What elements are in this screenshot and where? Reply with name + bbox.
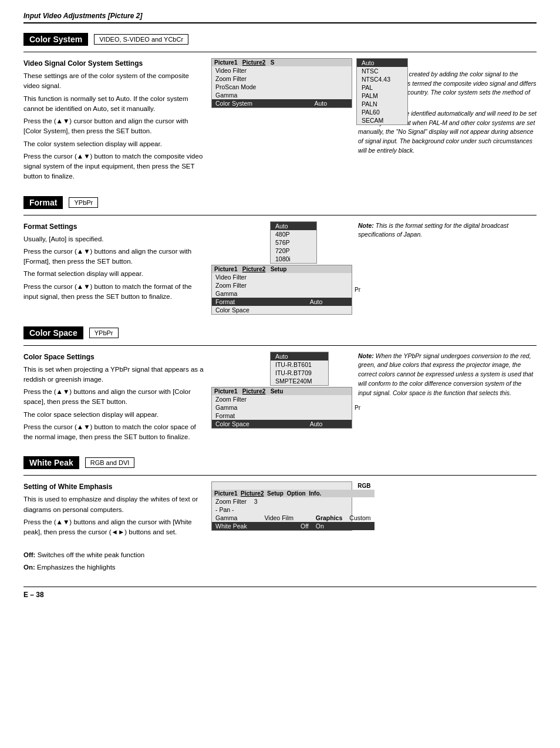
osd-row-cs: Color SpaceAuto (212, 420, 352, 428)
osd-table-color-system: Picture1 Picture2 S Video Filter Zoom Fi… (212, 59, 352, 107)
body-wp-1: This is used to emphasize and display th… (23, 494, 205, 515)
osd-cs-auto: Auto (271, 352, 328, 360)
subheading-color-space: Color Space Settings (23, 352, 205, 362)
section-tag-format: YPbPr (69, 197, 98, 208)
section-divider-color-space (23, 345, 537, 346)
osd-tab-row-cs: Picture1 Picture2 Setu (212, 388, 352, 395)
col-right-format: Note: This is the format setting for the… (358, 221, 537, 240)
osd-tab-p2-cs: Picture2 (242, 388, 265, 395)
section-title-bar-format: Format YPbPr (23, 196, 537, 209)
osd-color-space: Auto ITU-R.BT601 ITU-R.BT709 SMPTE240M P… (211, 352, 352, 429)
body-color-system-5: Press the cursor (▲▼) button to match th… (23, 151, 205, 182)
body-format-3: Press the cursor (▲▼) button to match th… (23, 282, 205, 302)
body-cs-1: This is set when projecting a YPbPr sign… (23, 365, 205, 385)
osd-option-auto: Auto (357, 59, 407, 67)
osd-tab-setup-format: Setup (271, 266, 287, 272)
osd-tab-p2-format: Picture2 (242, 266, 265, 272)
section-title-format: Format (23, 196, 63, 209)
osd-tab-p1-wp: Picture1 (214, 490, 237, 497)
osd-dropdown-cs: Auto ITU-R.BT601 ITU-R.BT709 SMPTE240M (270, 352, 329, 386)
osd-table-wp: RGB Picture1 Picture2 Setup Option Info. (212, 482, 375, 530)
osd-row-zoom-filter: Zoom Filter (212, 75, 352, 83)
section-title-bar-color-space: Color Space YPbPr (23, 326, 537, 339)
osd-table-cs: Picture1 Picture2 Setu Zoom Filter Gamma… (212, 388, 352, 428)
osd-tab-row-format: Picture1 Picture2 Setup (212, 265, 352, 273)
section-content-color-system: Video Signal Color System Settings These… (23, 58, 537, 184)
section-content-white-peak: Setting of White Emphasis This is used t… (23, 481, 537, 575)
col-left-white-peak: Setting of White Emphasis This is used t… (23, 481, 205, 575)
subheading-color-system: Video Signal Color System Settings (23, 58, 205, 69)
page-footer: E – 38 (23, 587, 537, 599)
body-cs-2: Press the (▲▼) buttons and align the cur… (23, 387, 205, 407)
note-label-cs: Note: (358, 352, 374, 359)
osd-format-576p: 576P (271, 238, 316, 247)
section-color-system: Color System VIDEO, S-VIDEO and YCbCr Vi… (23, 33, 537, 184)
osd-option-ntsc: NTSC (357, 67, 407, 75)
body-color-system-3: Press the (▲▼) cursor button and align t… (23, 116, 205, 137)
osd-format: Auto 480P 576P 720P 1080i Picture1 (211, 221, 352, 315)
osd-screen-wp: RGB Picture1 Picture2 Setup Option Info. (211, 481, 352, 531)
section-title-white-peak: White Peak (23, 456, 79, 469)
section-white-peak: White Peak RGB and DVI Setting of White … (23, 456, 537, 575)
osd-screen-wrapper-cs: Picture1 Picture2 Setu Zoom Filter Gamma… (211, 387, 352, 429)
osd-row-proscan: ProScan Mode (212, 83, 352, 91)
osd-table-format: Picture1 Picture2 Setup Video Filter Zoo… (212, 265, 352, 314)
body-color-system-1: These settings are of the color system o… (23, 71, 205, 92)
osd-screen-cs: Picture1 Picture2 Setu Zoom Filter Gamma… (211, 387, 352, 429)
osd-tab-row-wp: Picture1 Picture2 Setup Option Info. (212, 490, 375, 497)
wp-on-label: On: (23, 564, 35, 571)
osd-format-1080i: 1080i (271, 255, 316, 263)
body-format-2: The format selection display will appear… (23, 269, 205, 279)
body-cs-4: Press the cursor (▲▼) button to match th… (23, 422, 205, 443)
osd-tab-setu-cs: Setu (271, 388, 284, 395)
osd-format-720p: 720P (271, 247, 316, 255)
osd-option-paln: PALN (357, 100, 407, 108)
section-divider-format (23, 215, 537, 215)
pr-label-cs: Pr (355, 405, 360, 411)
col-left-color-system: Video Signal Color System Settings These… (23, 58, 205, 184)
page-wrapper: Input Video Adjustments [Picture 2] Colo… (23, 12, 537, 599)
body-color-system-2: This function is normally set to Auto. I… (23, 94, 205, 114)
osd-cs-smpte: SMPTE240M (271, 377, 328, 385)
body-format-1: Press the cursor (▲▼) buttons and align … (23, 247, 205, 267)
osd-screen-format: Picture1 Picture2 Setup Video Filter Zoo… (211, 265, 352, 315)
page-number: E – 38 (23, 591, 44, 599)
osd-row-video-filter: Video Filter (212, 66, 352, 75)
section-tag-color-system: VIDEO, S-VIDEO and YCbCr (94, 34, 188, 45)
col-center-white-peak: RGB Picture1 Picture2 Setup Option Info. (211, 481, 352, 531)
osd-cs-bt601: ITU-R.BT601 (271, 360, 328, 369)
note-label-format: Note: (358, 222, 374, 229)
osd-dropdown-format: Auto 480P 576P 720P 1080i (270, 221, 317, 264)
osd-tab-s: S (271, 59, 275, 66)
osd-row-format-cs: Format (212, 412, 352, 420)
osd-tab-setup-wp: Setup (267, 490, 284, 497)
section-content-color-space: Color Space Settings This is set when pr… (23, 352, 537, 445)
osd-row-format: FormatAuto (212, 298, 352, 306)
body-wp-off: Off: Switches off the white peak functio… (23, 550, 205, 560)
osd-white-peak: RGB Picture1 Picture2 Setup Option Info. (211, 481, 352, 531)
osd-option-pal: PAL (357, 83, 407, 92)
body-wp-on: On: Emphasizes the highlights (23, 562, 205, 572)
subheading-white-peak: Setting of White Emphasis (23, 481, 205, 492)
col-left-format: Format Settings Usually, [Auto] is speci… (23, 221, 205, 305)
osd-format-auto: Auto (271, 222, 316, 230)
osd-row-gamma: Gamma (212, 91, 352, 99)
section-format: Format YPbPr Format Settings Usually, [A… (23, 196, 537, 315)
col-center-color-space: Auto ITU-R.BT601 ITU-R.BT709 SMPTE240M P… (211, 352, 352, 429)
section-content-format: Format Settings Usually, [Auto] is speci… (23, 221, 537, 315)
section-title-color-space: Color Space (23, 326, 83, 339)
subheading-format: Format Settings (23, 221, 205, 232)
body-color-system-4: The color system selection display will … (23, 139, 205, 149)
section-divider-color-system (23, 52, 537, 52)
osd-tab-row: Picture1 Picture2 S (212, 59, 352, 66)
pr-label-format: Pr (355, 287, 360, 293)
page-header-title: Input Video Adjustments [Picture 2] (23, 12, 142, 20)
osd-row-zoom-wp: Zoom Filter3 (212, 497, 375, 506)
osd-option-ntsc443: NTSC4.43 (357, 75, 407, 83)
osd-row-zoom-cs: Zoom Filter (212, 395, 352, 403)
section-title-bar-white-peak: White Peak RGB and DVI (23, 456, 537, 469)
section-tag-color-space: YPbPr (89, 328, 119, 338)
osd-option-palm: PALM (357, 92, 407, 100)
osd-format-480p: 480P (271, 230, 316, 238)
section-divider-white-peak (23, 475, 537, 476)
